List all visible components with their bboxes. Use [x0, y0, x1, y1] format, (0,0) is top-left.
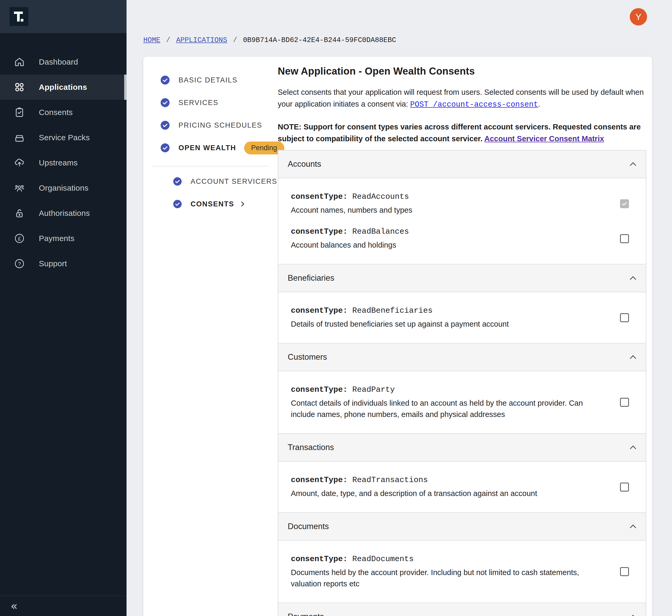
consent-type-line: consentType: ReadBeneficiaries — [291, 305, 509, 316]
section-payments-header[interactable]: Payments — [278, 603, 646, 616]
breadcrumb-separator: / — [166, 36, 170, 44]
sidebar-item-label: Payments — [39, 234, 75, 243]
section-title: Payments — [288, 612, 324, 616]
sidebar-item-applications[interactable]: Applications — [0, 75, 127, 100]
breadcrumb-home-link[interactable]: HOME — [143, 36, 160, 44]
main-area: Y HOME / APPLICATIONS / 0B9B714A-BD62-42… — [127, 0, 672, 616]
step-label: ACCOUNT SERVICERS — [191, 177, 277, 186]
readdocuments-checkbox[interactable] — [620, 567, 629, 576]
step-pricing-schedules[interactable]: PRICING SCHEDULES — [161, 121, 278, 130]
pound-circle-icon: £ — [14, 233, 25, 244]
consent-row-readaccounts: consentType: ReadAccounts Account names,… — [278, 191, 646, 216]
consent-type-key: consentType: — [291, 555, 348, 564]
consents-accordion: Accounts consentType: ReadAccounts Accou… — [278, 150, 646, 616]
step-label: SERVICES — [179, 99, 218, 107]
section-transactions: Transactions consentType: ReadTransactio… — [278, 434, 646, 513]
chevron-up-icon — [630, 524, 636, 531]
avatar[interactable]: Y — [630, 8, 647, 25]
readbalances-checkbox[interactable] — [620, 234, 629, 243]
chevron-up-icon — [630, 162, 636, 168]
consent-type-value: ReadParty — [352, 385, 395, 394]
section-title: Documents — [288, 522, 329, 531]
consent-type-value: ReadBalances — [352, 227, 409, 236]
step-completed-icon — [173, 177, 182, 186]
consent-text: consentType: ReadAccounts Account names,… — [291, 191, 412, 216]
consent-text: consentType: ReadTransactions Amount, da… — [291, 475, 537, 499]
sidebar-item-label: Upstreams — [39, 158, 78, 167]
sidebar-footer: « — [0, 596, 127, 616]
consent-description: Details of trusted beneficiaries set up … — [291, 319, 509, 330]
consents-content: New Application - Open Wealth Consents S… — [278, 57, 652, 616]
consent-row-readdocuments: consentType: ReadDocuments Documents hel… — [278, 554, 646, 589]
section-transactions-header[interactable]: Transactions — [278, 434, 646, 462]
sidebar-item-label: Organisations — [39, 183, 88, 192]
section-beneficiaries-header[interactable]: Beneficiaries — [278, 264, 646, 292]
wizard-stepper: BASIC DETAILS SERVICES PRICING SCHEDULES — [143, 57, 278, 616]
app-root: Dashboard Applications — [0, 0, 672, 616]
section-beneficiaries: Beneficiaries consentType: ReadBeneficia… — [278, 264, 646, 344]
consent-type-line: consentType: ReadAccounts — [291, 191, 412, 202]
step-completed-icon — [161, 121, 170, 130]
consent-type-line: consentType: ReadParty — [291, 385, 603, 395]
intro-paragraph: Select consents that your application wi… — [278, 86, 646, 110]
consent-row-readparty: consentType: ReadParty Contact details o… — [278, 385, 646, 420]
breadcrumb-applications-link[interactable]: APPLICATIONS — [176, 36, 227, 44]
consent-text: consentType: ReadBalances Account balanc… — [291, 226, 409, 251]
consent-description: Account names, numbers and types — [291, 204, 412, 216]
readtransactions-checkbox[interactable] — [620, 483, 629, 492]
consent-type-value: ReadAccounts — [352, 192, 409, 201]
consent-type-value: ReadBeneficiaries — [352, 306, 433, 315]
readparty-checkbox[interactable] — [620, 398, 629, 407]
sidebar-item-service-packs[interactable]: Service Packs — [0, 125, 127, 150]
consent-type-key: consentType: — [291, 192, 348, 201]
section-customers-header[interactable]: Customers — [278, 344, 646, 371]
chevron-up-icon — [630, 615, 636, 616]
consent-type-value: ReadDocuments — [352, 555, 414, 564]
sidebar-item-dashboard[interactable]: Dashboard — [0, 49, 127, 75]
sidebar-item-label: Authorisations — [39, 209, 90, 218]
step-label: PRICING SCHEDULES — [179, 121, 262, 129]
sidebar-item-support[interactable]: ? Support — [0, 251, 127, 276]
section-beneficiaries-body: consentType: ReadBeneficiaries Details o… — [278, 292, 646, 344]
collapse-sidebar-button[interactable]: « — [11, 600, 18, 612]
sidebar-item-consents[interactable]: Consents — [0, 100, 127, 125]
sidebar-header — [0, 0, 127, 33]
logo-t-icon — [13, 10, 25, 23]
step-open-wealth[interactable]: OPEN WEALTH Pending — [161, 143, 278, 152]
substep-account-servicers[interactable]: ACCOUNT SERVICERS — [161, 177, 278, 186]
cloud-upload-icon — [14, 157, 25, 168]
consent-description: Amount, date, type, and a description of… — [291, 488, 537, 499]
post-endpoint-link[interactable]: POST /account-access-consent — [410, 100, 538, 109]
step-services[interactable]: SERVICES — [161, 98, 278, 107]
section-transactions-body: consentType: ReadTransactions Amount, da… — [278, 462, 646, 513]
section-title: Accounts — [288, 159, 321, 169]
sidebar-item-payments[interactable]: £ Payments — [0, 226, 127, 251]
sidebar-item-organisations[interactable]: Organisations — [0, 175, 127, 200]
section-documents-header[interactable]: Documents — [278, 513, 646, 541]
clipboard-check-icon — [14, 107, 25, 118]
section-title: Transactions — [288, 443, 334, 452]
consent-matrix-link[interactable]: Account Servicer Consent Matrix — [484, 134, 604, 143]
substep-consents[interactable]: CONSENTS — [161, 199, 278, 208]
chevron-up-icon — [630, 355, 636, 361]
consent-row-readtransactions: consentType: ReadTransactions Amount, da… — [278, 475, 646, 499]
sidebar: Dashboard Applications — [0, 0, 127, 616]
readaccounts-checkbox[interactable] — [620, 199, 629, 208]
section-customers: Customers consentType: ReadParty Contact… — [278, 344, 646, 434]
step-basic-details[interactable]: BASIC DETAILS — [161, 76, 278, 85]
sidebar-item-upstreams[interactable]: Upstreams — [0, 150, 127, 175]
checkmark-icon — [621, 200, 628, 207]
consent-type-line: consentType: ReadDocuments — [291, 554, 603, 564]
home-icon — [14, 56, 25, 68]
readbeneficiaries-checkbox[interactable] — [620, 313, 629, 322]
step-completed-icon — [173, 200, 182, 208]
consent-description: Documents held by the account provider. … — [291, 567, 603, 589]
sidebar-item-label: Consents — [39, 108, 73, 117]
section-customers-body: consentType: ReadParty Contact details o… — [278, 371, 646, 434]
main-card: BASIC DETAILS SERVICES PRICING SCHEDULES — [143, 57, 652, 616]
breadcrumb: HOME / APPLICATIONS / 0B9B714A-BD62-42E4… — [143, 36, 672, 44]
section-accounts-header[interactable]: Accounts — [278, 150, 646, 178]
sidebar-item-authorisations[interactable]: Authorisations — [0, 200, 127, 226]
padlock-open-icon — [14, 207, 25, 219]
logo[interactable] — [9, 7, 28, 26]
